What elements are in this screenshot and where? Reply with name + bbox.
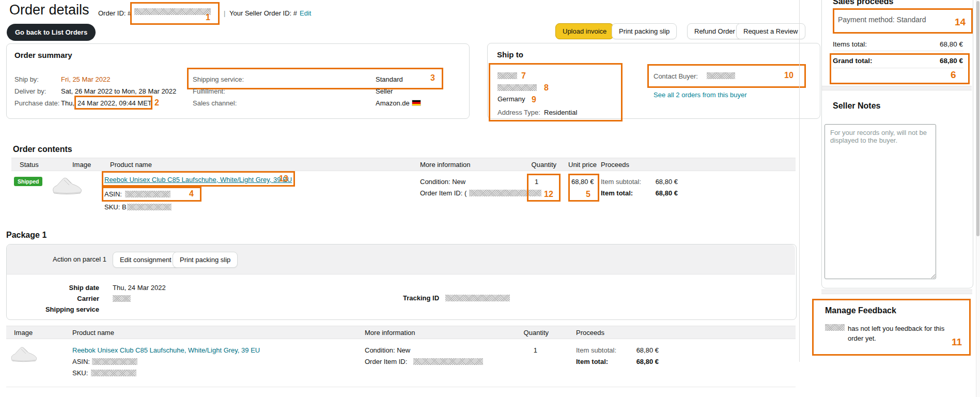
ship-by-label: Ship by:	[14, 75, 39, 83]
purchase-date-prefix: Thu,	[61, 99, 74, 107]
package-heading: Package 1	[6, 231, 46, 240]
purchase-date-value: 24 Mar 2022, 09:44 MET	[77, 99, 152, 107]
col-quantity: Quantity	[524, 161, 556, 169]
asin-label: ASIN:	[104, 190, 122, 198]
shipment-item-total-value: 68,80 €	[624, 358, 659, 365]
manage-feedback-title: Manage Feedback	[825, 306, 896, 315]
edit-consignment-button[interactable]: Edit consignment	[113, 252, 179, 268]
condition-value: Condition: New	[420, 178, 465, 186]
fulfillment-value: Seller	[376, 87, 393, 95]
col-more-information: More information	[420, 161, 471, 169]
payment-method-value: Payment method: Standard	[838, 16, 926, 24]
annotation-number-5: 5	[586, 190, 590, 198]
tracking-id-redacted	[445, 295, 510, 301]
ship-by-value: Fri, 25 Mar 2022	[61, 75, 110, 83]
order-item-id-label: Order Item ID: (	[420, 189, 466, 197]
shipment-product-name-link[interactable]: Reebok Unisex Club C85 Laufschuhe, White…	[72, 346, 260, 354]
address-type-label: Address Type:	[497, 109, 540, 116]
shipment-product-image	[9, 343, 38, 365]
action-on-parcel-label: Action on parcel 1	[53, 255, 106, 263]
grand-total-label: Grand total:	[833, 57, 873, 65]
item-total-label: Item total:	[601, 189, 633, 197]
col-product-name: Product name	[110, 161, 152, 169]
col2-more-information: More information	[365, 329, 415, 337]
purchase-date-label: Purchase date:	[14, 99, 59, 107]
annotation-number-8: 8	[544, 84, 549, 92]
shipment-item-total-label: Item total:	[576, 358, 608, 365]
shipment-order-item-id-label: Order Item ID:	[365, 358, 407, 365]
feedback-text: has not left you feedback for this order…	[848, 324, 956, 343]
go-back-button[interactable]: Go back to List Orders	[7, 24, 96, 41]
sku-label: SKU: B	[104, 203, 127, 211]
shipment-asin-redacted	[92, 358, 137, 365]
edit-seller-order-id-link[interactable]: Edit	[300, 9, 311, 17]
scrollbar-thumb[interactable]	[976, 1, 979, 236]
unit-price-value: 68,80 €	[571, 178, 594, 186]
sales-channel-value: Amazon.de	[376, 99, 410, 107]
shipment-sku-label: SKU:	[72, 369, 88, 377]
seller-notes-textarea[interactable]	[825, 124, 936, 279]
sidebar-section-separator-2	[821, 289, 972, 294]
order-id-redacted	[134, 8, 211, 15]
ship-to-title: Ship to	[497, 50, 523, 59]
order-item-id-redacted	[469, 190, 541, 196]
asin-redacted	[125, 191, 170, 197]
request-review-button[interactable]: Request a Review	[736, 23, 805, 39]
refund-order-button[interactable]: Refund Order	[687, 23, 742, 39]
col-proceeds: Proceeds	[601, 161, 629, 169]
annotation-number-3: 3	[430, 74, 435, 82]
germany-flag-icon	[412, 100, 421, 106]
seller-notes-title: Seller Notes	[833, 101, 880, 111]
product-image	[51, 174, 83, 197]
order-contents-heading: Order contents	[13, 145, 72, 154]
col-image: Image	[72, 161, 91, 169]
annotation-number-9: 9	[532, 96, 536, 104]
fulfillment-label: Fulfillment:	[193, 87, 225, 95]
shipment-sku-redacted	[91, 370, 136, 376]
ship-to-country: Germany	[497, 95, 525, 103]
quantity-value: 1	[535, 178, 538, 186]
table-bottom-divider	[6, 387, 796, 387]
print-packing-slip-button[interactable]: Print packing slip	[612, 23, 677, 39]
annotation-number-12: 12	[544, 190, 553, 198]
status-badge: Shipped	[14, 177, 42, 186]
page-title: Order details	[9, 2, 89, 18]
grand-total-value: 68,80 €	[904, 57, 963, 65]
annotation-number-13: 13	[279, 175, 288, 183]
shipping-service-label: Shipping service:	[193, 75, 244, 83]
buyer-name-redacted	[497, 72, 517, 79]
col-unit-price: Unit price	[568, 161, 597, 169]
col2-quantity: Quantity	[517, 329, 549, 337]
deliver-by-label: Deliver by:	[14, 87, 46, 95]
see-all-orders-link[interactable]: See all 2 orders from this buyer	[654, 91, 747, 99]
annotation-number-4: 4	[189, 190, 194, 198]
address-redacted	[497, 84, 537, 91]
product-name-link[interactable]: Reebok Unisex Club C85 Laufschuhe, White…	[104, 176, 292, 184]
col2-image: Image	[14, 329, 33, 337]
carrier-label: Carrier	[27, 295, 99, 302]
header-separator: |	[224, 9, 225, 17]
address-type-value: Residential	[544, 109, 577, 116]
sidebar-section-separator-1	[822, 86, 972, 90]
shipment-quantity-value: 1	[517, 346, 537, 354]
ship-date-label: Ship date	[27, 284, 99, 292]
item-total-value: 68,80 €	[643, 189, 678, 197]
package-print-packing-slip-button[interactable]: Print packing slip	[173, 252, 238, 268]
upload-invoice-button[interactable]: Upload invoice	[555, 23, 614, 39]
shipment-item-subtotal-label: Item subtotal:	[576, 346, 616, 354]
annotation-number-6: 6	[951, 70, 956, 80]
content-sidebar-divider	[799, 0, 800, 362]
ship-to-card	[487, 43, 820, 119]
shipment-asin-label: ASIN:	[72, 358, 90, 365]
col-status: Status	[20, 161, 39, 169]
feedback-buyer-redacted	[825, 324, 845, 331]
items-total-label: Items total:	[833, 40, 867, 48]
proceeds-divider-1	[833, 51, 963, 51]
carrier-redacted	[113, 295, 131, 302]
annotation-number-2: 2	[154, 99, 159, 107]
sales-proceeds-title: Sales proceeds	[833, 0, 893, 6]
contact-buyer-redacted	[707, 72, 735, 79]
shipment-item-subtotal-value: 68,80 €	[624, 346, 659, 354]
items-total-value: 68,80 €	[904, 40, 963, 48]
sales-channel-label: Sales channel:	[193, 99, 237, 107]
